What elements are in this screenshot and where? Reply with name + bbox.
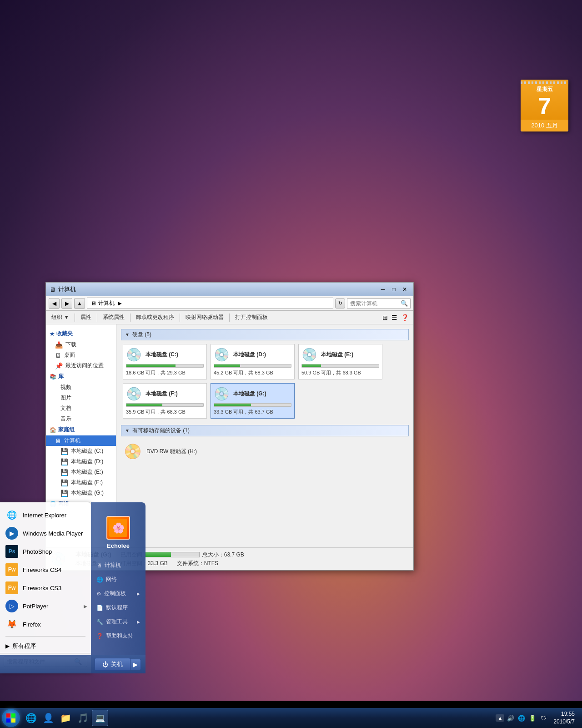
taskbar-ie-icon[interactable]: 🌐 [23, 710, 39, 726]
sidebar-drive-e[interactable]: 💾 本地磁盘 (E:) [46, 467, 116, 477]
sidebar-pictures[interactable]: 图片 [46, 393, 116, 403]
sidebar-recent[interactable]: 📌 最近访问的位置 [46, 360, 116, 371]
favorites-section[interactable]: ★ 收藏夹 [46, 328, 116, 339]
shutdown-label: 关机 [111, 660, 123, 668]
sidebar-computer[interactable]: 🖥 计算机 [46, 435, 116, 446]
start-right-computer[interactable]: 🖥 计算机 [91, 558, 146, 572]
refresh-button[interactable]: ↻ [335, 298, 345, 308]
start-right-management[interactable]: 🔧 管理工具 ▶ [91, 615, 146, 629]
minimize-button[interactable]: ─ [378, 284, 388, 294]
fm-addressbar: ◀ ▶ ▲ 🖥 计算机 ▶ ↻ 🔍 [46, 296, 413, 311]
homegroup-icon: 🏠 [50, 427, 56, 433]
computer-label: 计算机 [105, 561, 121, 569]
maximize-button[interactable]: □ [389, 284, 399, 294]
all-programs-item[interactable]: ▶ 所有程序 [0, 639, 91, 653]
homegroup-section[interactable]: 🏠 家庭组 [46, 424, 116, 435]
help-icon-toolbar[interactable]: ❓ [400, 313, 410, 322]
dvd-drive-item[interactable]: 📀 DVD RW 驱动器 (H:) [121, 440, 212, 463]
libraries-section[interactable]: 📚 库 [46, 371, 116, 382]
drive-d-size: 45.2 GB 可用，共 68.3 GB [214, 369, 291, 376]
toolbar-sep-5 [229, 313, 230, 322]
start-item-potplayer[interactable]: ▷ PotPlayer ▶ [0, 597, 91, 615]
start-right-network[interactable]: 🌐 网络 [91, 572, 146, 586]
drive-d-item[interactable]: 💿 本地磁盘 (D:) 45.2 GB 可用，共 68.3 GB [211, 344, 295, 379]
close-button[interactable]: ✕ [400, 284, 410, 294]
tray-arrow[interactable]: ▲ [496, 714, 504, 722]
toolbar-organize[interactable]: 组织 ▼ [50, 313, 71, 322]
sidebar-drive-f[interactable]: 💾 本地磁盘 (F:) [46, 477, 116, 488]
toolbar-properties[interactable]: 属性 [79, 313, 93, 322]
sidebar-downloads[interactable]: 📥 下载 [46, 339, 116, 350]
start-item-wmp[interactable]: ▶ Windows Media Player [0, 524, 91, 542]
hard-drives-section-header[interactable]: ▼ 硬盘 (5) [121, 329, 409, 340]
taskbar-media-icon[interactable]: 🎵 [75, 710, 91, 726]
tray-icon-2[interactable]: 🌐 [517, 713, 526, 723]
start-right-defaultprograms[interactable]: 📄 默认程序 [91, 601, 146, 615]
sidebar-drive-d[interactable]: 💾 本地磁盘 (D:) [46, 456, 116, 467]
sidebar-documents[interactable]: 文档 [46, 403, 116, 414]
start-item-fw-cs3[interactable]: Fw Fireworks CS3 [0, 579, 91, 597]
drive-g-label: 本地磁盘 (G:) [71, 489, 104, 497]
drive-e-item[interactable]: 💿 本地磁盘 (E:) 50.9 GB 可用，共 68.3 GB [298, 344, 382, 379]
address-home-icon: 🖥 [91, 300, 96, 307]
forward-button[interactable]: ▶ [61, 298, 72, 309]
management-icon: 🔧 [96, 619, 103, 625]
start-right-controlpanel[interactable]: ⚙ 控制面板 ▶ [91, 586, 146, 601]
toolbar-uninstall[interactable]: 卸载或更改程序 [134, 313, 176, 322]
view-icon-2[interactable]: ☰ [391, 313, 398, 322]
start-item-fw-cs4[interactable]: Fw Fireworks CS4 [0, 561, 91, 579]
drive-d-top: 💿 本地磁盘 (D:) [214, 347, 291, 362]
taskbar-user-icon[interactable]: 👤 [40, 710, 56, 726]
drive-g-icon: 💾 [60, 490, 68, 497]
hard-drives-section-label: 硬盘 (5) [132, 331, 151, 339]
sidebar-music[interactable]: 音乐 [46, 414, 116, 424]
drive-c-item[interactable]: 💿 本地磁盘 (C:) 18.6 GB 可用，共 29.3 GB [123, 344, 207, 379]
up-button[interactable]: ▲ [74, 298, 85, 309]
drive-g-item[interactable]: 💿 本地磁盘 (G:) 33.3 GB 可用，共 63.7 GB [211, 383, 295, 419]
taskbar-folder-icon[interactable]: 📁 [57, 710, 74, 726]
drive-e-top: 💿 本地磁盘 (E:) [301, 347, 379, 362]
tray-icon-battery[interactable]: 🔋 [528, 713, 537, 723]
taskbar-active-app[interactable]: 💻 [92, 710, 108, 726]
system-props-label: 系统属性 [103, 313, 125, 321]
status-bar-wrap [145, 552, 200, 557]
drive-e-bar [302, 364, 321, 367]
start-item-firefox[interactable]: 🦊 Firefox [0, 615, 91, 633]
view-icon-1[interactable]: ⊞ [381, 313, 389, 322]
drive-d-name: 本地磁盘 (D:) [233, 351, 291, 359]
favorites-label: 收藏夹 [56, 330, 73, 338]
pictures-label: 图片 [60, 394, 71, 402]
drive-c-bar [126, 364, 176, 367]
windows-logo-icon [5, 713, 16, 723]
toolbar-open-control[interactable]: 打开控制面板 [233, 313, 270, 322]
drive-e-icon: 💾 [60, 469, 68, 476]
start-item-photoshop[interactable]: Ps PhotoShop [0, 542, 91, 561]
sidebar-drive-c[interactable]: 💾 本地磁盘 (C:) [46, 446, 116, 456]
start-item-fw-cs3-label: Fireworks CS3 [23, 585, 61, 592]
drive-f-item[interactable]: 💿 本地磁盘 (F:) 35.9 GB 可用，共 68.3 GB [123, 383, 207, 419]
address-path[interactable]: 🖥 计算机 ▶ [87, 298, 333, 309]
open-control-label: 打开控制面板 [235, 313, 268, 321]
calendar-bottom: 2010 五月 [521, 120, 568, 131]
toolbar-system-props[interactable]: 系统属性 [101, 313, 126, 322]
sidebar-drive-g[interactable]: 💾 本地磁盘 (G:) [46, 488, 116, 498]
sidebar-video[interactable]: 视频 [46, 382, 116, 393]
libraries-label: 库 [58, 373, 64, 380]
start-right-help[interactable]: ❓ 帮助和支持 [91, 629, 146, 643]
shutdown-button[interactable]: ⏻ 关机 [95, 658, 130, 671]
user-avatar[interactable]: 🌸 [106, 516, 130, 540]
tray-icon-1[interactable]: 🔊 [506, 713, 515, 723]
start-item-ie[interactable]: 🌐 Internet Explorer [0, 506, 91, 524]
organize-label: 组织 ▼ [51, 313, 69, 321]
start-button[interactable] [2, 709, 20, 727]
sidebar-desktop[interactable]: 🖥 桌面 [46, 350, 116, 360]
toolbar-map-drive[interactable]: 映射网络驱动器 [184, 313, 226, 322]
tray-icon-security[interactable]: 🛡 [539, 713, 548, 723]
shutdown-arrow-button[interactable]: ▶ [130, 659, 141, 670]
back-button[interactable]: ◀ [49, 298, 60, 309]
potplayer-arrow: ▶ [84, 604, 87, 609]
removable-section-header[interactable]: ▼ 有可移动存储的设备 (1) [121, 425, 409, 436]
status-total-size: 总大小：63.7 GB [202, 551, 244, 559]
system-clock[interactable]: 19:55 2010/5/7 [550, 710, 578, 726]
drive-f-name: 本地磁盘 (F:) [146, 390, 204, 398]
